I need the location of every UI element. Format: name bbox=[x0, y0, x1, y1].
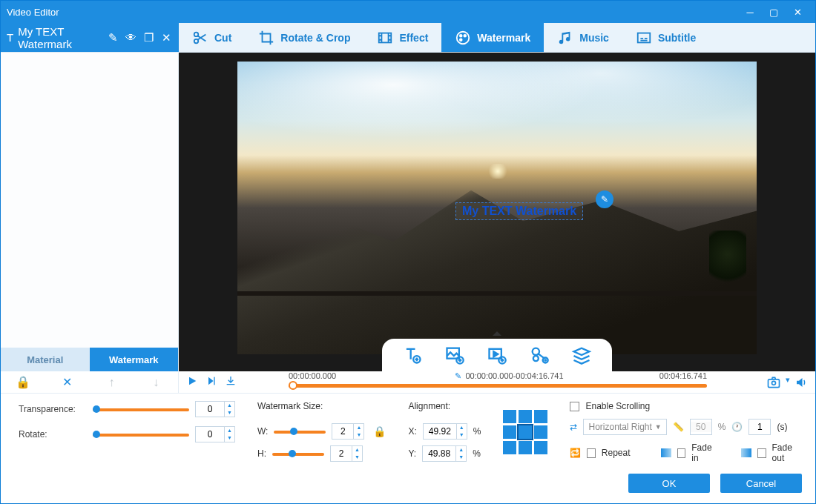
x-input[interactable]: ▲▼ bbox=[423, 423, 467, 440]
rotate-crop-button[interactable]: Rotate & Crop bbox=[245, 23, 363, 52]
add-video-icon[interactable] bbox=[487, 345, 507, 365]
enable-scrolling-checkbox[interactable] bbox=[570, 402, 579, 411]
play-button[interactable] bbox=[186, 375, 198, 390]
distance-input[interactable] bbox=[690, 419, 712, 435]
playhead[interactable] bbox=[289, 381, 297, 390]
tab-watermark[interactable]: Watermark bbox=[90, 348, 179, 371]
delete-icon[interactable]: ✕ bbox=[59, 374, 76, 391]
lock-icon[interactable]: 🔒 bbox=[14, 374, 32, 391]
music-icon bbox=[557, 30, 573, 46]
overlay-edit-button[interactable]: ✎ bbox=[596, 190, 613, 208]
repeat-icon: 🔁 bbox=[570, 448, 581, 458]
rotate-input[interactable]: ▲▼ bbox=[195, 426, 235, 442]
svg-point-18 bbox=[772, 381, 776, 385]
time-range: 00:00:00.000-00:04:16.741 bbox=[465, 371, 563, 380]
effect-button[interactable]: Effect bbox=[363, 23, 441, 52]
move-up-icon[interactable]: ↑ bbox=[102, 374, 120, 391]
minimize-button[interactable]: ─ bbox=[738, 4, 762, 20]
transparence-input[interactable]: ▲▼ bbox=[195, 401, 235, 417]
svg-point-5 bbox=[464, 34, 467, 36]
h-label: H: bbox=[257, 448, 266, 459]
preview-panel: My TEXT Watermark ✎ bbox=[179, 53, 815, 371]
music-button[interactable]: Music bbox=[544, 23, 622, 52]
ok-button[interactable]: OK bbox=[628, 474, 710, 493]
w-label: W: bbox=[257, 426, 268, 437]
enable-scrolling-label: Enable Scrolling bbox=[585, 401, 650, 411]
subtitle-icon bbox=[636, 30, 652, 46]
step-button[interactable] bbox=[205, 375, 217, 390]
lock-aspect-icon[interactable]: 🔒 bbox=[373, 425, 386, 437]
cancel-button[interactable]: Cancel bbox=[720, 474, 802, 493]
rotate-label: Rotate: bbox=[19, 429, 87, 440]
video-frame[interactable]: My TEXT Watermark ✎ bbox=[237, 62, 757, 354]
window-title: Video Editor bbox=[7, 7, 59, 18]
rotate-slider[interactable] bbox=[93, 429, 189, 440]
export-icon[interactable] bbox=[225, 375, 237, 390]
alignment-grid[interactable] bbox=[503, 410, 547, 454]
top-strip: T My TEXT Watermark ✎ 👁 ❐ ✕ Cut Rotate &… bbox=[1, 23, 815, 53]
tab-material[interactable]: Material bbox=[1, 348, 90, 371]
controls-panel: Transparence: ▲▼ Rotate: ▲▼ Watermark Si… bbox=[1, 394, 815, 468]
timeline: 00:00:00.000 ✎ 00:00:00.000-00:04:16.741… bbox=[179, 371, 815, 393]
repeat-checkbox[interactable] bbox=[587, 448, 595, 458]
remove-icon[interactable]: ✕ bbox=[159, 31, 173, 44]
add-image-icon[interactable] bbox=[444, 345, 465, 365]
main-row: Material Watermark My TEXT Watermark ✎ bbox=[1, 53, 815, 371]
fadein-checkbox[interactable] bbox=[677, 448, 685, 458]
time-input[interactable] bbox=[748, 419, 771, 435]
ruler-icon: 📏 bbox=[673, 422, 684, 432]
sidebar: Material Watermark bbox=[1, 53, 179, 371]
duplicate-icon[interactable]: ❐ bbox=[142, 31, 155, 44]
add-text-icon[interactable] bbox=[402, 345, 423, 365]
footer: OK Cancel bbox=[1, 468, 815, 502]
layer-label: My TEXT Watermark bbox=[18, 25, 102, 50]
watermark-overlay[interactable]: My TEXT Watermark bbox=[455, 202, 583, 220]
cut-button[interactable]: Cut bbox=[179, 23, 245, 52]
height-slider[interactable] bbox=[272, 448, 324, 459]
film-icon bbox=[377, 30, 393, 46]
fadeout-checkbox[interactable] bbox=[757, 448, 766, 458]
text-icon: T bbox=[7, 31, 13, 44]
width-input[interactable]: ▲▼ bbox=[332, 423, 364, 440]
close-button[interactable]: ✕ bbox=[786, 4, 809, 20]
svg-point-3 bbox=[457, 31, 470, 44]
move-down-icon[interactable]: ↓ bbox=[147, 374, 165, 391]
maximize-button[interactable]: ▢ bbox=[762, 4, 786, 20]
y-input[interactable]: ▲▼ bbox=[422, 445, 467, 462]
direction-icon: ⇄ bbox=[570, 422, 577, 432]
track-line[interactable] bbox=[289, 384, 707, 388]
transparence-label: Transparence: bbox=[19, 404, 87, 414]
svg-rect-16 bbox=[214, 377, 214, 385]
clock-icon: 🕐 bbox=[731, 422, 743, 432]
snapshot-icon[interactable] bbox=[766, 375, 781, 390]
toolbar: Cut Rotate & Crop Effect Watermark Music… bbox=[179, 23, 815, 52]
svg-point-6 bbox=[460, 39, 462, 41]
y-label: Y: bbox=[408, 448, 416, 459]
height-input[interactable]: ▲▼ bbox=[330, 445, 363, 462]
svg-rect-17 bbox=[769, 379, 780, 387]
time-end: 00:04:16.741 bbox=[659, 371, 707, 380]
timeline-track[interactable]: 00:00:00.000 ✎ 00:00:00.000-00:04:16.741… bbox=[244, 371, 759, 393]
watermark-button[interactable]: Watermark bbox=[441, 23, 544, 52]
transparence-slider[interactable] bbox=[93, 404, 189, 414]
add-layer-icon[interactable] bbox=[571, 345, 592, 365]
time-start: 00:00:00.000 bbox=[289, 371, 336, 380]
direction-select[interactable]: Horizontal Right▼ bbox=[583, 419, 666, 435]
visibility-icon[interactable]: 👁 bbox=[124, 31, 137, 44]
title-bar: Video Editor ─ ▢ ✕ bbox=[1, 1, 815, 23]
pencil-icon: ✎ bbox=[455, 371, 461, 381]
width-slider[interactable] bbox=[274, 426, 326, 437]
volume-icon[interactable] bbox=[794, 375, 808, 390]
add-shape-icon[interactable] bbox=[529, 345, 550, 365]
overlay-toolbar bbox=[382, 339, 612, 371]
palette-icon bbox=[455, 30, 471, 46]
crop-icon bbox=[258, 30, 274, 46]
subtitle-button[interactable]: Subtitle bbox=[622, 23, 709, 52]
svg-point-14 bbox=[533, 356, 539, 361]
x-label: X: bbox=[408, 426, 416, 437]
svg-rect-2 bbox=[379, 33, 392, 42]
edit-icon[interactable]: ✎ bbox=[106, 31, 119, 44]
svg-point-4 bbox=[460, 34, 462, 36]
layer-actions: 🔒 ✕ ↑ ↓ bbox=[1, 371, 179, 393]
layer-item[interactable]: T My TEXT Watermark ✎ 👁 ❐ ✕ bbox=[1, 23, 179, 52]
